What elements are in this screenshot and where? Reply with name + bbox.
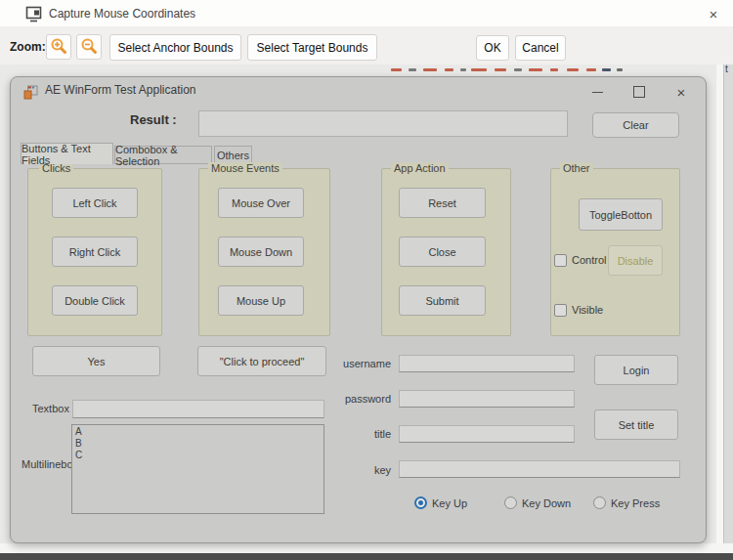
key-down-radio-label: Key Down — [522, 497, 571, 509]
dialog-titlebar: Capture Mouse Coordinates × — [0, 0, 733, 27]
result-label: Result : — [130, 112, 177, 127]
click-to-proceed-button[interactable]: "Click to proceed" — [197, 346, 326, 376]
control-checkbox-label: Control — [572, 254, 606, 266]
result-input[interactable] — [198, 110, 568, 137]
dialog-close-button[interactable]: × — [699, 2, 728, 25]
zoom-in-icon — [50, 37, 67, 58]
group-app-action-title: App Action — [391, 162, 449, 174]
winform-title: AE WinForm Test Application — [45, 83, 196, 97]
tab-combobox-selection[interactable]: Combobox & Selection — [114, 146, 212, 164]
background-artifact — [602, 68, 611, 71]
zoom-in-button[interactable] — [46, 34, 71, 60]
dialog-title: Capture Mouse Coordinates — [49, 7, 195, 21]
username-label: username — [323, 358, 391, 369]
key-down-radio[interactable] — [504, 496, 517, 509]
maximize-button[interactable] — [626, 82, 652, 102]
capture-dialog: Capture Mouse Coordinates × Zoom: — [0, 0, 733, 560]
close-icon: × — [677, 84, 686, 101]
ok-button[interactable]: OK — [476, 35, 509, 61]
mouse-up-button[interactable]: Mouse Up — [218, 285, 304, 316]
maximize-icon — [633, 86, 645, 98]
capture-app-icon — [25, 6, 43, 22]
multilinebox-label: Multilinebox — [22, 458, 78, 470]
key-press-radio-label: Key Press — [611, 497, 660, 509]
multilinebox-input[interactable]: A B C — [71, 424, 324, 514]
key-input[interactable] — [399, 460, 680, 478]
mouse-down-button[interactable]: Mouse Down — [218, 237, 304, 267]
title-label: title — [323, 428, 391, 440]
visible-checkbox[interactable] — [554, 304, 567, 317]
background-artifact — [423, 68, 437, 71]
group-mouse-events-title: Mouse Events — [208, 162, 282, 174]
yes-button[interactable]: Yes — [32, 346, 160, 376]
close-icon: × — [710, 6, 718, 22]
reset-button[interactable]: Reset — [399, 188, 486, 218]
backdrop-bottom-strip — [0, 543, 733, 553]
tab-buttons-text-fields[interactable]: Buttons & Text Fields — [21, 143, 113, 164]
password-label: password — [323, 393, 391, 405]
background-artifact — [409, 68, 416, 71]
close-action-button[interactable]: Close — [399, 237, 486, 267]
select-target-bounds-button[interactable]: Select Target Bounds — [247, 34, 377, 61]
title-input[interactable] — [399, 425, 575, 443]
background-artifact — [617, 68, 623, 71]
background-artifact — [495, 68, 506, 71]
background-artifact — [567, 68, 579, 71]
cancel-button[interactable]: Cancel — [515, 35, 566, 61]
select-anchor-bounds-button[interactable]: Select Anchor Bounds — [109, 34, 241, 61]
backdrop-bottom-bar — [0, 553, 733, 560]
zoom-label: Zoom: — [10, 40, 46, 54]
username-input[interactable] — [399, 355, 575, 372]
toolbar: Zoom: Select Anchor Bounds Sele — [0, 27, 733, 65]
background-artifact — [586, 68, 596, 71]
background-artifact — [391, 68, 402, 71]
key-press-radio[interactable] — [593, 496, 606, 509]
background-artifact-text: t — [725, 64, 728, 74]
background-artifact — [471, 68, 487, 71]
key-up-radio[interactable] — [414, 496, 427, 509]
backdrop-gap — [716, 65, 723, 543]
zoom-out-button[interactable] — [76, 34, 102, 60]
textbox-label: Textbox — [32, 403, 69, 414]
background-artifact — [445, 68, 453, 71]
background-artifact — [529, 68, 542, 71]
zoom-out-icon — [80, 37, 98, 58]
toggle-botton-button[interactable]: ToggleBotton — [579, 198, 663, 231]
set-title-button[interactable]: Set title — [594, 409, 678, 440]
background-window-edge — [723, 65, 733, 543]
left-click-button[interactable]: Left Click — [52, 188, 138, 218]
submit-button[interactable]: Submit — [399, 285, 486, 316]
double-click-button[interactable]: Double Click — [52, 285, 138, 316]
clear-button[interactable]: Clear — [592, 112, 679, 138]
key-up-radio-label: Key Up — [432, 497, 467, 509]
group-other-title: Other — [560, 162, 593, 174]
textbox-input[interactable] — [72, 400, 324, 418]
control-checkbox[interactable] — [554, 254, 567, 267]
visible-checkbox-label: Visible — [572, 304, 603, 316]
login-button[interactable]: Login — [594, 355, 678, 385]
password-input[interactable] — [399, 390, 575, 408]
winform-app-icon — [23, 85, 38, 100]
window-close-button[interactable]: × — [668, 82, 694, 102]
background-artifact — [550, 68, 558, 71]
background-artifact — [514, 68, 522, 71]
disable-button[interactable]: Disable — [608, 245, 663, 276]
minimize-icon — [592, 92, 603, 93]
key-label: key — [323, 464, 391, 476]
background-artifact — [460, 68, 466, 71]
right-click-button[interactable]: Right Click — [52, 237, 138, 267]
mouse-over-button[interactable]: Mouse Over — [218, 188, 304, 218]
minimize-button[interactable] — [584, 82, 610, 102]
